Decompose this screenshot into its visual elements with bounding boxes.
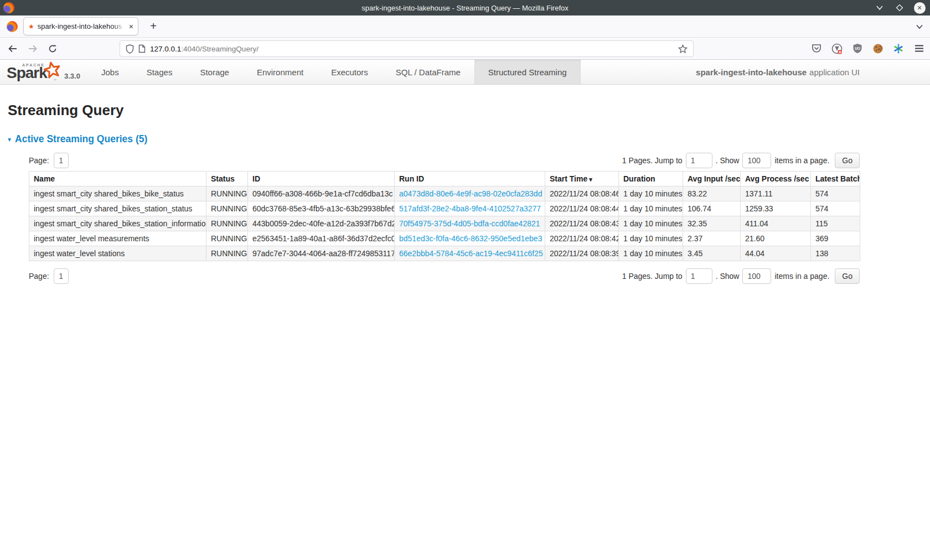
- items-label: items in a page.: [774, 272, 829, 281]
- spark-logo[interactable]: APACHE Spark ™ 3.3.0: [0, 60, 65, 84]
- ublock-origin-icon[interactable]: UO: [852, 43, 863, 54]
- spark-nav: Jobs Stages Storage Environment Executor…: [87, 60, 581, 84]
- avg-process: 21.60: [741, 231, 811, 246]
- nav-tab-executors[interactable]: Executors: [317, 60, 382, 84]
- col-header-run-id[interactable]: Run ID: [395, 172, 545, 186]
- tab-strip: ★ spark-ingest-into-lakehous × +: [0, 15, 930, 38]
- section-title: Active Streaming Queries (5): [15, 133, 147, 145]
- nav-tab-environment[interactable]: Environment: [243, 60, 317, 84]
- query-name: ingest smart_city shared_bikes_bike_stat…: [29, 186, 206, 201]
- cookie-extension-icon[interactable]: [872, 43, 884, 54]
- reload-icon: [48, 44, 57, 53]
- latest-batch: 138: [811, 246, 860, 261]
- nav-tab-storage[interactable]: Storage: [186, 60, 243, 84]
- latest-batch: 574: [811, 186, 860, 201]
- nav-tab-sql-dataframe[interactable]: SQL / DataFrame: [382, 60, 474, 84]
- duration: 1 day 10 minutes: [619, 201, 683, 216]
- query-id: 97adc7e7-3044-4064-aa28-ff7249853117: [248, 246, 395, 261]
- col-header-avg-input[interactable]: Avg Input /sec: [683, 172, 741, 186]
- run-id-link[interactable]: 70f54975-375d-4d05-bdfa-ccd0fae42821: [399, 219, 540, 228]
- avg-process: 1259.33: [741, 201, 811, 216]
- page-info-icon[interactable]: [138, 44, 146, 53]
- col-header-id[interactable]: ID: [248, 172, 395, 186]
- run-id-link[interactable]: 517afd3f-28e2-4ba8-9fe4-4102527a3277: [399, 204, 541, 213]
- start-time: 2022/11/24 08:08:42: [545, 231, 619, 246]
- maximize-button[interactable]: [893, 2, 906, 14]
- items-per-page-input[interactable]: [742, 153, 771, 168]
- bookmark-star-icon[interactable]: [678, 44, 688, 54]
- window-titlebar: spark-ingest-into-lakehouse - Streaming …: [0, 0, 930, 15]
- col-header-duration[interactable]: Duration: [619, 172, 683, 186]
- nav-tab-structured-streaming[interactable]: Structured Streaming: [474, 60, 581, 84]
- col-header-latest-batch[interactable]: Latest Batch: [811, 172, 860, 186]
- asterisk-extension-icon[interactable]: [893, 43, 904, 54]
- latest-batch: 574: [811, 201, 860, 216]
- query-status: RUNNING: [206, 231, 248, 246]
- application-ui-suffix: application UI: [809, 68, 860, 77]
- spark-wordmark: Spark: [7, 64, 47, 82]
- col-header-start-time[interactable]: Start Time▾: [545, 172, 619, 186]
- active-queries-section-toggle[interactable]: ▾ Active Streaming Queries (5): [8, 133, 922, 145]
- list-all-tabs-button[interactable]: [916, 22, 923, 32]
- back-arrow-icon: [8, 45, 18, 53]
- table-row: ingest water_level measurements RUNNING …: [29, 231, 860, 246]
- items-label: items in a page.: [774, 156, 829, 165]
- query-id: 0940ff66-a308-466b-9e1a-cf7cd6dba13c: [248, 186, 395, 201]
- col-header-avg-process[interactable]: Avg Process /sec: [741, 172, 811, 186]
- latest-batch: 369: [811, 231, 860, 246]
- jump-to-page-input[interactable]: [686, 268, 712, 284]
- pocket-icon[interactable]: [811, 43, 822, 54]
- svg-text:UO: UO: [855, 46, 860, 50]
- go-button[interactable]: Go: [835, 268, 860, 284]
- url-text[interactable]: 127.0.0.1:4040/StreamingQuery/: [150, 45, 674, 53]
- sort-desc-icon: ▾: [589, 176, 592, 183]
- forward-button[interactable]: [24, 41, 41, 56]
- new-tab-button[interactable]: +: [146, 20, 161, 33]
- page-content: Streaming Query ▾ Active Streaming Queri…: [0, 102, 930, 284]
- items-per-page-input[interactable]: [742, 268, 771, 284]
- streaming-queries-table: Name Status ID Run ID Start Time▾ Durati…: [29, 171, 860, 261]
- active-queries-section: Page: 1 Pages. Jump to . Show items in a…: [29, 153, 860, 284]
- col-header-name[interactable]: Name: [29, 172, 206, 186]
- query-name: ingest water_level stations: [29, 246, 206, 261]
- close-icon: ×: [914, 2, 926, 14]
- privacy-badger-icon[interactable]: [831, 43, 843, 54]
- run-id-link[interactable]: a0473d8d-80e6-4e9f-ac98-02e0cfa283dd: [399, 189, 542, 198]
- back-button[interactable]: [4, 41, 21, 56]
- chevron-down-icon: [916, 24, 923, 29]
- reload-button[interactable]: [44, 41, 61, 56]
- hamburger-menu-icon[interactable]: [913, 43, 924, 54]
- nav-tab-jobs[interactable]: Jobs: [87, 60, 133, 84]
- col-header-status[interactable]: Status: [206, 172, 248, 186]
- close-button[interactable]: ×: [913, 2, 926, 14]
- query-id: e2563451-1a89-40a1-a86f-36d37d2ecfc0: [248, 231, 395, 246]
- browser-tab[interactable]: ★ spark-ingest-into-lakehous ×: [23, 17, 138, 35]
- jump-to-page-input[interactable]: [686, 153, 712, 168]
- nav-tab-stages[interactable]: Stages: [133, 60, 187, 84]
- duration: 1 day 10 minutes: [619, 186, 683, 201]
- table-row: ingest smart_city shared_bikes_station_s…: [29, 201, 860, 216]
- page-number-input[interactable]: [54, 153, 69, 168]
- url-bar[interactable]: 127.0.0.1:4040/StreamingQuery/: [120, 40, 694, 57]
- tab-close-icon[interactable]: ×: [129, 22, 133, 31]
- go-button[interactable]: Go: [835, 153, 860, 168]
- pagination-top: Page: 1 Pages. Jump to . Show items in a…: [29, 153, 860, 168]
- query-id: 60dc3768-85e3-4fb5-a13c-63b29938bfe6: [248, 201, 395, 216]
- query-name: ingest smart_city shared_bikes_station_s…: [29, 201, 206, 216]
- page-number-input[interactable]: [54, 268, 69, 284]
- query-status: RUNNING: [206, 201, 248, 216]
- forward-arrow-icon: [28, 45, 38, 53]
- run-id-link[interactable]: bd51ed3c-f0fa-46c6-8632-950e5ed1ebe3: [399, 234, 542, 243]
- navigation-toolbar: 127.0.0.1:4040/StreamingQuery/ UO: [0, 38, 930, 60]
- run-id-link[interactable]: 66e2bbb4-5784-45c6-ac19-4ec9411c6f25: [399, 249, 543, 258]
- url-host: 127.0.0.1: [150, 45, 181, 53]
- query-status: RUNNING: [206, 216, 248, 231]
- query-name: ingest water_level measurements: [29, 231, 206, 246]
- minimize-button[interactable]: [874, 2, 886, 14]
- shield-icon[interactable]: [126, 44, 134, 54]
- query-status: RUNNING: [206, 246, 248, 261]
- spark-favicon-icon: ★: [28, 23, 34, 30]
- avg-input: 32.35: [683, 216, 741, 231]
- spark-navbar: APACHE Spark ™ 3.3.0 Jobs Stages Storage…: [0, 60, 930, 85]
- avg-process: 44.04: [741, 246, 811, 261]
